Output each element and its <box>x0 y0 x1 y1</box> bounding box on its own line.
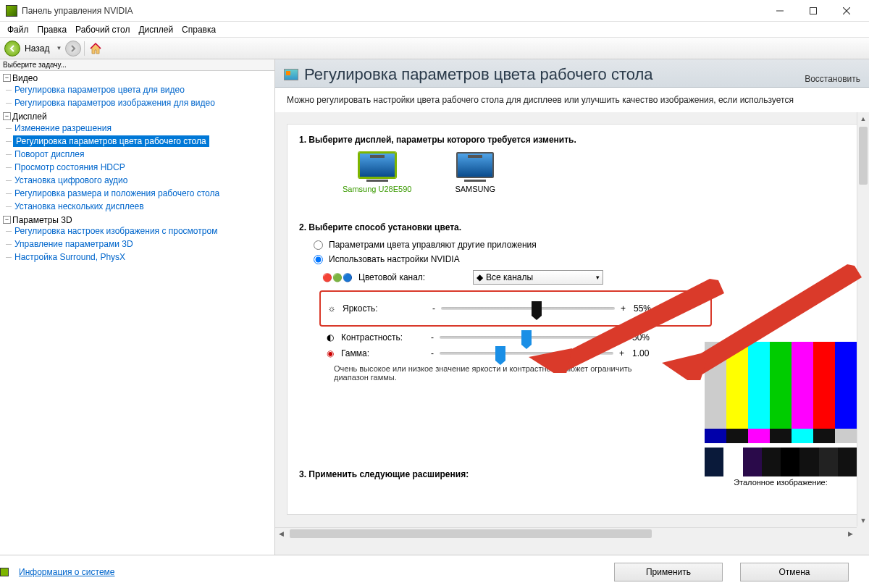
svg-rect-1 <box>810 7 817 14</box>
home-button[interactable] <box>88 41 104 56</box>
preview-label: Эталонное изображение: <box>705 478 857 487</box>
page-title: Регулировка параметров цвета рабочего ст… <box>304 65 653 84</box>
tree-group-display[interactable]: Дисплей <box>12 112 47 122</box>
back-button[interactable] <box>4 41 20 56</box>
rgb-icon: 🔴🟢🔵 <box>322 273 353 282</box>
scroll-down-icon[interactable]: ▼ <box>857 514 869 526</box>
minimize-button[interactable] <box>763 0 797 22</box>
content-pane: Регулировка параметров цвета рабочего ст… <box>275 59 869 575</box>
tree-item[interactable]: Установка цифрового аудио <box>13 175 129 186</box>
tree-toggle-icon[interactable]: − <box>3 74 11 82</box>
tree-item[interactable]: Регулировка настроек изображения с просм… <box>13 225 219 237</box>
maximize-button[interactable] <box>797 0 830 22</box>
svg-marker-6 <box>681 264 862 379</box>
radio-nvidia[interactable] <box>314 255 323 264</box>
apply-button[interactable]: Применить <box>614 563 723 581</box>
menubar: Файл Правка Рабочий стол Дисплей Справка <box>0 22 869 38</box>
scroll-thumb[interactable] <box>290 529 652 538</box>
close-button[interactable] <box>830 0 863 22</box>
toolbar: Назад ▼ <box>0 38 869 59</box>
annotation-arrow <box>659 264 862 380</box>
page-description: Можно регулировать настройки цвета рабоч… <box>275 88 869 112</box>
tree-item[interactable]: Регулировка параметров изображения для в… <box>13 97 217 109</box>
contrast-icon: ◐ <box>325 332 335 343</box>
display-option[interactable]: Samsung U28E590 <box>343 152 411 193</box>
system-info-link[interactable]: Информация о системе <box>19 567 114 577</box>
menu-display[interactable]: Дисплей <box>134 23 177 36</box>
content-header: Регулировка параметров цвета рабочего ст… <box>275 59 869 88</box>
step1-title: 1. Выберите дисплей, параметры которого … <box>299 135 845 145</box>
window-title: Панель управления NVIDIA <box>22 6 133 16</box>
minus-label: - <box>427 348 434 358</box>
tree-toggle-icon[interactable]: − <box>3 112 11 120</box>
scroll-thumb[interactable] <box>859 127 868 185</box>
tree-item[interactable]: Изменение разрешения <box>13 122 113 134</box>
display-option[interactable]: SAMSUNG <box>455 152 495 193</box>
horizontal-scrollbar[interactable]: ◀ ▶ <box>275 527 857 539</box>
menu-file[interactable]: Файл <box>3 23 33 36</box>
brightness-label: Яркость: <box>343 303 422 314</box>
radio-label: Использовать настройки NVIDIA <box>329 254 460 264</box>
scroll-left-icon[interactable]: ◀ <box>275 528 287 539</box>
brightness-icon: ☼ <box>327 303 337 314</box>
task-tree: −Видео Регулировка параметров цвета для … <box>0 71 274 575</box>
tree-item[interactable]: Управление параметрами 3D <box>13 238 135 250</box>
channel-label: Цветовой канал: <box>358 272 467 282</box>
radio-label: Параметрами цвета управляют другие прило… <box>329 240 537 250</box>
channel-icon: ◆ <box>477 272 483 282</box>
minus-label: - <box>428 303 435 314</box>
back-label[interactable]: Назад <box>25 43 49 54</box>
radio-other-apps[interactable] <box>314 240 323 250</box>
tree-group-video[interactable]: Видео <box>12 73 38 83</box>
menu-desktop[interactable]: Рабочий стол <box>71 23 134 36</box>
tree-item-selected[interactable]: Регулировка параметров цвета рабочего ст… <box>13 135 209 147</box>
tree-item[interactable]: Регулировка параметров цвета для видео <box>13 84 186 96</box>
menu-edit[interactable]: Правка <box>33 23 72 36</box>
svg-marker-5 <box>529 348 572 373</box>
nvidia-icon <box>0 568 9 576</box>
cancel-button[interactable]: Отмена <box>740 563 849 581</box>
tree-item[interactable]: Поворот дисплея <box>13 148 86 160</box>
tree-toggle-icon[interactable]: − <box>3 216 11 224</box>
back-history-dropdown[interactable]: ▼ <box>54 45 64 51</box>
gamma-icon: ◉ <box>325 348 335 358</box>
titlebar: Панель управления NVIDIA <box>0 0 869 22</box>
tree-group-3d[interactable]: Параметры 3D <box>12 214 72 224</box>
restore-link[interactable]: Восстановить <box>805 74 860 84</box>
tree-item[interactable]: Настройка Surround, PhysX <box>13 251 127 263</box>
menu-help[interactable]: Справка <box>177 23 220 36</box>
monitor-icon <box>358 152 396 178</box>
monitor-icon <box>456 152 494 178</box>
tree-item[interactable]: Регулировка размера и положения рабочего… <box>13 188 221 199</box>
sidebar-header: Выберите задачу... <box>0 59 274 71</box>
display-name: SAMSUNG <box>455 185 495 193</box>
scroll-right-icon[interactable]: ▶ <box>844 528 857 539</box>
contrast-label: Контрастность: <box>341 332 421 343</box>
display-name: Samsung U28E590 <box>343 185 411 193</box>
tree-item[interactable]: Просмотр состояния HDCP <box>13 161 127 173</box>
forward-button[interactable] <box>65 41 81 56</box>
app-icon <box>6 5 17 17</box>
tree-item[interactable]: Установка нескольких дисплеев <box>13 201 146 212</box>
step2-title: 2. Выберите способ установки цвета. <box>299 222 845 232</box>
footer: Информация о системе Применить Отмена <box>0 555 869 588</box>
page-icon <box>284 69 298 80</box>
sidebar: Выберите задачу... −Видео Регулировка па… <box>0 59 275 575</box>
svg-marker-7 <box>662 351 710 380</box>
gamma-label: Гамма: <box>341 348 421 358</box>
toolbar-separator <box>84 41 85 56</box>
scroll-up-icon[interactable]: ▲ <box>857 112 869 125</box>
minus-label: - <box>427 332 434 343</box>
step3-title: 3. Применить следующие расширения: <box>299 469 469 479</box>
